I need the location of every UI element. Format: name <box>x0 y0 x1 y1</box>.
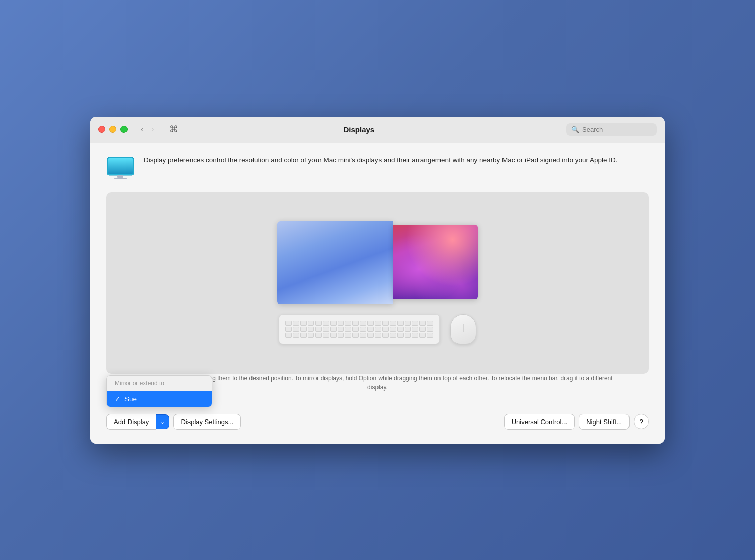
display-left[interactable] <box>277 221 393 304</box>
chevron-down-icon: ⌄ <box>160 418 165 425</box>
add-display-button[interactable]: Add Display <box>106 414 156 430</box>
display-preview-area <box>106 192 649 374</box>
search-box[interactable]: 🔍 <box>566 123 657 136</box>
description-row: Display preferences control the resoluti… <box>106 155 649 180</box>
keyboard-mouse-area <box>279 304 476 349</box>
nav-buttons: ‹ › <box>138 123 157 135</box>
titlebar: ‹ › ⌘ Displays 🔍 <box>90 117 665 143</box>
description-text: Display preferences control the resoluti… <box>144 155 618 166</box>
close-button[interactable] <box>98 126 105 133</box>
back-button[interactable]: ‹ <box>138 123 146 135</box>
system-preferences-window: ‹ › ⌘ Displays 🔍 <box>90 117 665 444</box>
search-icon: 🔍 <box>571 126 579 133</box>
btn-group-right: Universal Control... Night Shift... ? <box>504 414 649 430</box>
display-settings-button[interactable]: Display Settings... <box>173 414 241 430</box>
dropdown-menu: Mirror or extend to ✓ Sue <box>106 375 212 407</box>
svg-rect-3 <box>117 175 123 178</box>
night-shift-button[interactable]: Night Shift... <box>579 414 630 430</box>
search-input[interactable] <box>582 126 648 133</box>
btn-group-left: Add Display ⌄ Display Settings... <box>106 414 241 430</box>
universal-control-button[interactable]: Universal Control... <box>504 414 575 430</box>
display-right[interactable] <box>393 225 478 299</box>
dropdown-section-label: Mirror or extend to <box>107 376 212 389</box>
forward-button[interactable]: › <box>148 123 157 135</box>
display-right-wallpaper <box>393 225 478 299</box>
minimize-button[interactable] <box>109 126 116 133</box>
bottom-bar: Add Display ⌄ Display Settings... Univer… <box>106 414 649 430</box>
traffic-lights <box>98 126 128 133</box>
svg-rect-4 <box>114 178 127 179</box>
keyboard-keys <box>282 318 436 341</box>
main-content: Display preferences control the resoluti… <box>90 143 665 444</box>
add-display-group: Add Display ⌄ <box>106 414 169 430</box>
dropdown-separator <box>107 390 212 390</box>
help-button[interactable]: ? <box>634 414 649 429</box>
keyboard-image <box>279 314 440 344</box>
displays-container <box>277 216 478 299</box>
checkmark-icon: ✓ <box>115 395 120 403</box>
svg-rect-2 <box>108 158 133 174</box>
dropdown-item-sue[interactable]: ✓ Sue <box>107 391 212 407</box>
dropdown-item-label: Sue <box>124 395 137 403</box>
monitor-icon <box>106 156 135 180</box>
maximize-button[interactable] <box>120 126 128 133</box>
add-display-dropdown-button[interactable]: ⌄ <box>156 414 169 429</box>
window-title: Displays <box>158 125 560 134</box>
mouse-line <box>463 324 464 332</box>
mouse-image <box>450 314 476 344</box>
